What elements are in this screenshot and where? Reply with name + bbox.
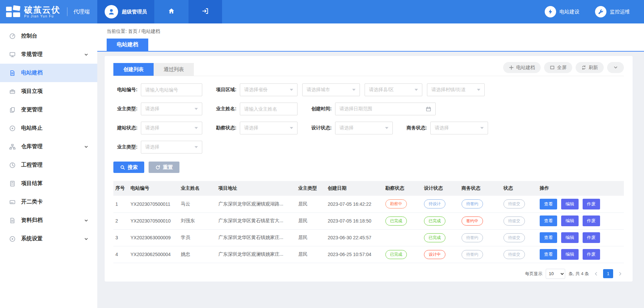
prev-page-button[interactable] bbox=[592, 271, 600, 276]
owner-type-select[interactable]: 请选择 bbox=[141, 103, 202, 115]
district-select[interactable]: 请选择县/区 bbox=[365, 83, 422, 96]
edit-button[interactable]: 编辑 bbox=[561, 199, 579, 209]
fullscreen-button[interactable]: 全屏 bbox=[544, 62, 572, 73]
total-count: 条, 共 4 条 bbox=[569, 271, 589, 277]
cell-index: 2 bbox=[113, 212, 128, 229]
survey-status-badge: 已完成 bbox=[385, 250, 407, 259]
user-menu[interactable]: 超级管理员 bbox=[97, 0, 154, 23]
avatar bbox=[105, 5, 118, 18]
date-range-picker[interactable]: 请选择日期范围 bbox=[335, 103, 436, 115]
nav-station-construction[interactable]: 电站建设 bbox=[545, 6, 580, 17]
sidebar-item-label: 系统设置 bbox=[21, 235, 43, 242]
view-button[interactable]: 查看 bbox=[540, 232, 557, 243]
field-label: 业主姓名: bbox=[212, 106, 240, 112]
home-button[interactable] bbox=[154, 0, 189, 23]
caret-down-icon bbox=[195, 108, 198, 110]
tab-create-list[interactable]: 创建列表 bbox=[113, 63, 154, 76]
sidebar-item-second-class-card[interactable]: 开二类卡 bbox=[0, 193, 97, 211]
sidebar-item-general-management[interactable]: 常规管理 bbox=[0, 45, 97, 64]
page-number-button[interactable]: 1 bbox=[603, 269, 613, 278]
sidebar-item-data-archive[interactable]: 资料归档 bbox=[0, 211, 97, 230]
sidebar-item-label: 电站终止 bbox=[21, 125, 43, 132]
search-icon bbox=[120, 165, 125, 170]
station-table: 序号 电站编号 业主姓名 项目地址 业主类型 创建日期 勘察状态 设计状态 商务… bbox=[113, 181, 624, 263]
caret-down-icon bbox=[195, 127, 198, 129]
field-label: 业主类型: bbox=[113, 106, 141, 112]
void-button[interactable]: 作废 bbox=[583, 249, 600, 260]
column-header: 操作 bbox=[538, 181, 624, 196]
card-icon bbox=[9, 199, 16, 205]
survey-status-select[interactable]: 请选择 bbox=[240, 122, 298, 134]
sidebar-item-station-termination[interactable]: 电站终止 bbox=[0, 119, 97, 137]
sidebar-item-project-settlement[interactable]: 项目结算 bbox=[0, 174, 97, 193]
station-code-input[interactable] bbox=[141, 83, 202, 96]
business-status-select[interactable]: 请选择 bbox=[430, 122, 488, 134]
sidebar-item-warehouse-management[interactable]: 仓库管理 bbox=[0, 137, 97, 156]
sidebar-item-system-settings[interactable]: 系统设置 bbox=[0, 230, 97, 248]
design-status-badge: 已完成 bbox=[424, 217, 445, 226]
table-row: 4 YX2023062500004 姚忠 广东深圳龙华区观澜镇姚家庄... 居民… bbox=[113, 246, 624, 263]
calendar-icon bbox=[426, 106, 431, 112]
breadcrumb-path: 首页 / 电站建档 bbox=[128, 28, 160, 34]
page-size-prefix: 每页显示 bbox=[525, 271, 542, 277]
street-select[interactable]: 请选择村镇/街道 bbox=[427, 83, 485, 96]
sidebar-item-label: 资料归档 bbox=[21, 217, 43, 224]
cell-created-date: 2023-07-05 16:42:22 bbox=[326, 196, 383, 212]
edit-button[interactable]: 编辑 bbox=[561, 249, 579, 260]
page-tab-station-filing[interactable]: 电站建档 bbox=[107, 39, 148, 51]
sidebar-item-dashboard[interactable]: 控制台 bbox=[0, 27, 97, 45]
select-placeholder: 请选择县/区 bbox=[369, 87, 394, 93]
logout-icon bbox=[202, 7, 209, 16]
void-button[interactable]: 作废 bbox=[583, 199, 600, 209]
briefcase-icon bbox=[9, 88, 16, 95]
cell-created-date: 2023-07-05 16:18:50 bbox=[326, 212, 383, 229]
view-button[interactable]: 查看 bbox=[540, 215, 557, 226]
survey-status-badge: 勘察中 bbox=[385, 199, 407, 208]
owner-type2-select[interactable]: 请选择 bbox=[141, 141, 202, 153]
nav-monitoring-ops[interactable]: 监控运维 bbox=[595, 6, 630, 17]
page-size-select[interactable]: 10 bbox=[546, 269, 565, 279]
table-row: 2 YX2023070500010 刘强东 广东深圳龙华区黄石镇星官大... 居… bbox=[113, 212, 624, 229]
sidebar-item-label: 项目立项 bbox=[21, 88, 43, 95]
breadcrumb-label: 当前位置: bbox=[107, 28, 127, 34]
gauge-icon bbox=[9, 162, 16, 169]
sidebar-item-station-filing[interactable]: 电站建档 bbox=[0, 64, 97, 82]
cell-address: 广东深圳龙华区观澜镇姚家庄... bbox=[216, 246, 296, 263]
cell-owner-name: 马云 bbox=[179, 196, 216, 212]
cell-owner-type: 居民 bbox=[296, 229, 326, 246]
sidebar-item-engineering-management[interactable]: 工程管理 bbox=[0, 156, 97, 174]
settings-icon bbox=[9, 236, 16, 242]
toolbar: 电站建档 全屏 bbox=[503, 62, 624, 76]
city-select[interactable]: 请选择城市 bbox=[302, 83, 360, 96]
create-station-label: 电站建档 bbox=[516, 65, 535, 71]
dashboard-icon bbox=[9, 33, 16, 40]
edit-button[interactable]: 编辑 bbox=[561, 232, 579, 243]
sidebar-item-label: 仓库管理 bbox=[21, 143, 43, 150]
void-button[interactable]: 作废 bbox=[583, 215, 600, 226]
nav-label: 电站建设 bbox=[559, 9, 580, 15]
refresh-button[interactable]: 刷新 bbox=[576, 62, 604, 73]
void-button[interactable]: 作废 bbox=[583, 232, 600, 243]
view-button[interactable]: 查看 bbox=[540, 199, 557, 209]
select-placeholder: 请选择 bbox=[244, 125, 258, 131]
status-badge: 待提交 bbox=[503, 199, 525, 208]
search-button[interactable]: 搜索 bbox=[113, 162, 144, 173]
create-station-button[interactable]: 电站建档 bbox=[503, 62, 541, 73]
column-header: 业主姓名 bbox=[179, 181, 216, 196]
view-button[interactable]: 查看 bbox=[540, 249, 557, 260]
build-status-select[interactable]: 请选择 bbox=[141, 122, 202, 134]
sidebar-item-change-management[interactable]: 变更管理 bbox=[0, 101, 97, 119]
reset-button[interactable]: 重置 bbox=[149, 162, 179, 173]
edit-button[interactable]: 编辑 bbox=[561, 215, 579, 226]
next-page-button[interactable] bbox=[616, 271, 624, 276]
province-select[interactable]: 请选择省份 bbox=[240, 83, 298, 96]
logout-button[interactable] bbox=[189, 0, 222, 23]
sidebar-item-project-initiation[interactable]: 项目立项 bbox=[0, 82, 97, 101]
chevron-down-icon bbox=[84, 52, 89, 57]
collapse-button[interactable] bbox=[607, 62, 624, 73]
cell-address: 广东深圳龙华区观澜镇观湖路... bbox=[216, 196, 296, 212]
sidebar-item-label: 项目结算 bbox=[21, 180, 43, 187]
owner-name-input[interactable] bbox=[240, 103, 298, 115]
tab-passed-list[interactable]: 通过列表 bbox=[154, 63, 194, 76]
design-status-select[interactable]: 请选择 bbox=[335, 122, 393, 134]
